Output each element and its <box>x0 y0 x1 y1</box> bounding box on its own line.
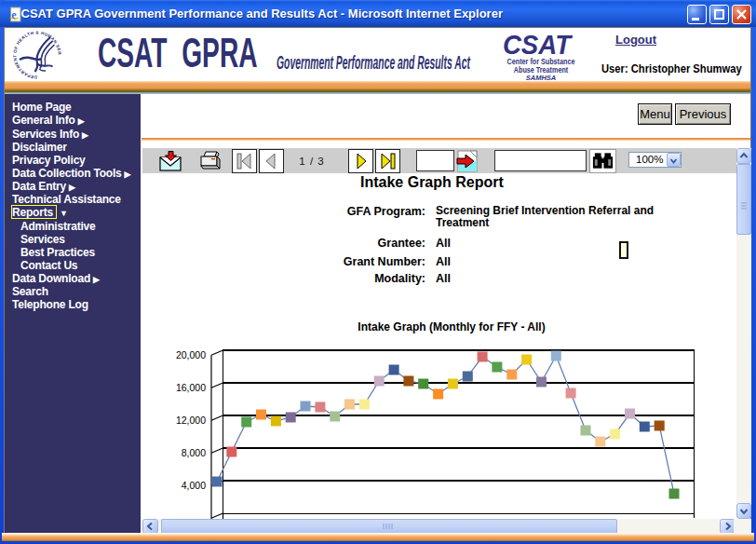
svg-text:12,000: 12,000 <box>176 415 206 426</box>
svg-text:8,000: 8,000 <box>182 447 206 458</box>
svg-text:20,000: 20,000 <box>176 349 206 360</box>
svg-text:16,000: 16,000 <box>176 382 206 393</box>
svg-text:4,000: 4,000 <box>182 480 206 491</box>
